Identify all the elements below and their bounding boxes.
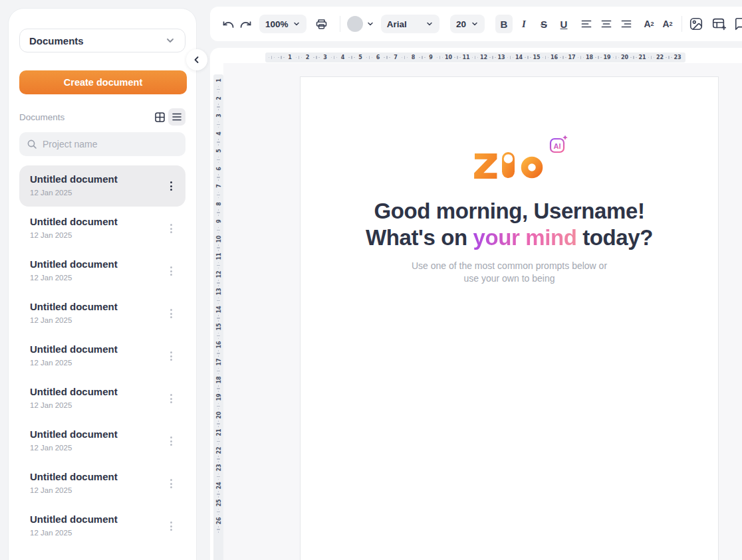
document-menu-button[interactable] — [165, 258, 177, 284]
ruler-mark: 16 — [215, 339, 223, 349]
ruler-mark: 25 — [215, 498, 223, 508]
document-workspace: 1234567891011121314151617181920212223 12… — [210, 48, 742, 560]
ruler-ticks — [217, 438, 220, 445]
ruler-mark: 5 — [356, 54, 364, 60]
ruler-ticks — [217, 298, 220, 304]
search-input[interactable] — [43, 139, 178, 149]
ruler-ticks — [296, 56, 303, 59]
ruler-mark: 8 — [410, 54, 418, 60]
underline-button[interactable]: U — [555, 15, 572, 33]
greeting-line1: Good morning, Username! — [374, 199, 644, 223]
ruler-mark: 20 — [215, 410, 223, 420]
chevron-down-icon — [426, 20, 433, 28]
superscript-button[interactable]: A2 — [640, 15, 658, 33]
document-menu-button[interactable] — [165, 428, 177, 454]
ruler-ticks — [348, 56, 355, 59]
ruler-ticks — [217, 350, 220, 357]
document-menu-button[interactable] — [165, 300, 177, 327]
editor-canvas: z AI — [223, 63, 742, 560]
ruler-ticks — [217, 157, 220, 163]
ruler-ticks — [525, 56, 531, 59]
document-menu-button[interactable] — [165, 343, 177, 369]
document-date: 12 Jan 2025 — [30, 401, 165, 409]
document-list-item[interactable]: Untitled document 12 Jan 2025 — [19, 208, 186, 249]
document-list-item[interactable]: Untitled document 12 Jan 2025 — [19, 250, 186, 292]
subscript-base: A — [662, 19, 669, 29]
ruler-mark: 7 — [392, 54, 400, 60]
ruler-ticks — [217, 509, 220, 515]
align-center-button[interactable] — [598, 15, 615, 33]
grid-view-button[interactable] — [151, 108, 168, 126]
comment-button[interactable] — [733, 15, 742, 33]
ruler-mark: 7 — [215, 181, 223, 191]
app-root: Documents Create document Documents — [0, 0, 742, 560]
ruler-mark: 12 — [480, 54, 488, 60]
ruler-mark: 22 — [656, 54, 664, 60]
create-document-button[interactable]: Create document — [19, 70, 187, 94]
zoom-select[interactable]: 100% — [259, 15, 307, 33]
ruler-horizontal: 1234567891011121314151617181920212223 — [265, 52, 685, 62]
text-color-picker[interactable] — [347, 15, 374, 33]
ruler-ticks — [217, 227, 220, 234]
document-list-item[interactable]: Untitled document 12 Jan 2025 — [19, 420, 186, 462]
redo-button[interactable] — [237, 15, 254, 33]
document-menu-button[interactable] — [165, 385, 177, 412]
document-list-item[interactable]: Untitled document 12 Jan 2025 — [19, 335, 186, 377]
document-title: Untitled document — [30, 173, 165, 186]
document-title: Untitled document — [30, 258, 165, 271]
italic-button[interactable]: I — [515, 15, 533, 33]
workspace-selector[interactable]: Documents — [19, 29, 186, 52]
subscript-button[interactable]: A2 — [659, 15, 676, 33]
ruler-mark: 17 — [215, 357, 223, 367]
ruler-ticks — [217, 192, 220, 199]
ruler-ticks — [217, 526, 220, 533]
document-list: Untitled document 12 Jan 2025 Untitled d… — [19, 165, 186, 547]
image-icon — [689, 17, 703, 31]
ruler-ticks — [217, 491, 220, 498]
print-icon — [314, 17, 328, 31]
ruler-ticks — [402, 56, 408, 59]
ruler-mark: 21 — [215, 428, 223, 438]
document-menu-button[interactable] — [165, 215, 177, 242]
sidebar: Documents Create document Documents — [8, 8, 197, 560]
ruler-ticks — [419, 56, 426, 59]
document-list-item[interactable]: Untitled document 12 Jan 2025 — [19, 165, 186, 207]
document-menu-button[interactable] — [165, 173, 177, 199]
ruler-mark: 2 — [215, 93, 223, 103]
print-button[interactable] — [313, 15, 330, 33]
ruler-ticks — [472, 56, 479, 59]
ruler-ticks — [217, 474, 220, 480]
align-left-button[interactable] — [578, 15, 595, 33]
font-family-select[interactable]: Arial — [381, 15, 439, 33]
align-right-button[interactable] — [618, 15, 635, 33]
ruler-mark: 8 — [215, 199, 223, 209]
bold-button[interactable]: B — [495, 15, 513, 33]
ruler-ticks — [454, 56, 461, 59]
grid-icon — [154, 112, 166, 123]
document-menu-button[interactable] — [165, 513, 177, 539]
ruler-mark: 5 — [215, 146, 223, 156]
undo-button[interactable] — [219, 15, 237, 33]
documents-section-label: Documents — [19, 112, 151, 122]
ruler-ticks — [489, 56, 496, 59]
document-list-item[interactable]: Untitled document 12 Jan 2025 — [19, 293, 186, 334]
list-icon — [172, 112, 182, 122]
insert-image-button[interactable] — [687, 15, 705, 33]
font-size-select[interactable]: 20 — [450, 15, 485, 33]
insert-table-button[interactable] — [710, 15, 727, 33]
document-menu-button[interactable] — [165, 470, 177, 497]
ruler-mark: 9 — [215, 217, 223, 227]
sidebar-collapse-button[interactable] — [186, 49, 207, 70]
zio-logo: z — [469, 146, 549, 181]
list-view-button[interactable] — [168, 108, 186, 126]
ruler-ticks — [217, 86, 220, 93]
ruler-ticks — [217, 315, 220, 322]
strikethrough-button[interactable]: S — [535, 15, 553, 33]
document-page[interactable]: z AI — [300, 76, 719, 560]
ruler-ticks — [437, 56, 443, 59]
ruler-mark: 19 — [603, 54, 611, 60]
document-list-item[interactable]: Untitled document 12 Jan 2025 — [19, 506, 186, 547]
document-list-item[interactable]: Untitled document 12 Jan 2025 — [19, 463, 186, 504]
document-list-item[interactable]: Untitled document 12 Jan 2025 — [19, 378, 186, 419]
greeting-highlight: your mind — [473, 225, 577, 250]
